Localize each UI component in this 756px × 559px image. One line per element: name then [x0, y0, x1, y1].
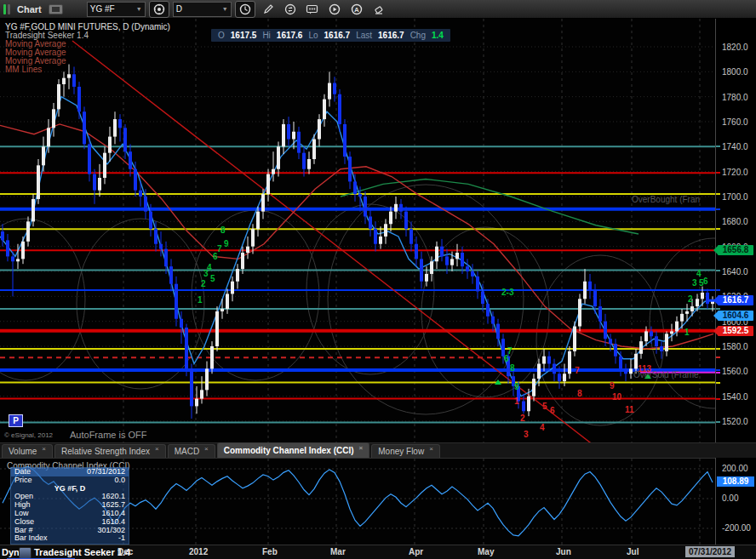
time-axis-label: May [478, 547, 494, 556]
svg-text:6: 6 [703, 277, 708, 286]
change-label: Chg [410, 31, 426, 40]
seeker-app-label: Tradesight Seeker 1.4 [34, 547, 130, 557]
chart-application-window: Chart YG #F ▼ D ▼ [0, 0, 756, 559]
svg-text:10: 10 [612, 392, 622, 402]
svg-text:3: 3 [524, 430, 529, 439]
tab-money-flow[interactable]: Money Flow× [371, 444, 440, 458]
price-tick-label: 1560.0 [722, 367, 756, 376]
reload-button[interactable] [281, 2, 300, 17]
price-tick-label: 1780.0 [722, 93, 756, 102]
tab-close-icon[interactable]: × [359, 444, 364, 452]
current-date-badge: 07/31/2012 [685, 546, 735, 557]
tab-label: Relative Strength Index [61, 447, 150, 456]
badge-arrow-icon [713, 246, 718, 254]
erase-button[interactable] [369, 2, 388, 17]
low-value: 1616.7 [324, 31, 351, 40]
price-axis[interactable]: 1820.01800.01780.01760.01740.01720.01700… [715, 19, 756, 442]
svg-text:6: 6 [504, 354, 509, 363]
clock-icon [239, 3, 251, 15]
oversold-label: OverSold (Frame [633, 370, 699, 379]
databox-symbol: YG #F, D [54, 485, 86, 493]
replay-button[interactable] [325, 2, 344, 17]
tab-close-icon[interactable]: × [42, 445, 46, 453]
databox-label: Bar Index [14, 534, 48, 543]
notes-button[interactable] [303, 2, 322, 17]
svg-text:2: 2 [520, 414, 525, 423]
tab-macd[interactable]: MACD× [168, 444, 215, 458]
level-tick-marker [716, 398, 720, 400]
cci-tick-label: 0.00 [722, 493, 756, 503]
last-value: 1616.7 [378, 31, 404, 40]
svg-text:1: 1 [514, 396, 519, 406]
draw-button[interactable] [259, 2, 278, 17]
time-axis-label: Mar [330, 547, 346, 556]
svg-text:9: 9 [610, 381, 615, 391]
price-level-badge: 1656.8 [718, 245, 753, 255]
eraser-icon [373, 3, 385, 15]
window-title: Chart [17, 4, 42, 14]
tab-close-icon[interactable]: × [204, 445, 209, 453]
interval-value: D [176, 4, 219, 14]
chevron-down-icon[interactable]: ▼ [222, 6, 228, 12]
symbol-settings-button[interactable] [149, 1, 169, 18]
svg-text:3: 3 [692, 278, 697, 288]
layout-badge-icon [49, 4, 63, 14]
tab-commodity-channel-index-cci[interactable]: Commodity Channel Index (CCI)× [217, 442, 369, 458]
interval-input[interactable]: D ▼ [173, 2, 232, 17]
play-icon [329, 3, 341, 15]
change-value: 1.4 [432, 31, 444, 40]
svg-text:5: 5 [210, 274, 215, 283]
cci-value-axis[interactable]: 200.000.00-200.00108.89 [715, 458, 756, 545]
time-axis-label: Dec [117, 547, 133, 556]
level-tick-marker [716, 289, 720, 291]
price-tick-label: 1800.0 [722, 67, 756, 77]
symbol-input[interactable]: YG #F ▼ [87, 2, 146, 17]
price-level-badge: 1616.7 [718, 295, 753, 305]
auto-analysis-button[interactable]: A [347, 2, 366, 17]
databox-value: -1 [118, 534, 125, 543]
price-tick-label: 1820.0 [722, 43, 756, 52]
letter-a-icon: A [351, 3, 363, 15]
red-moving-average [0, 124, 713, 349]
level-tick-marker [716, 228, 720, 230]
level-tick-marker [716, 421, 720, 423]
time-axis-label: Apr [409, 547, 423, 556]
main-price-chart[interactable]: 1234567892-376891234561234567891011113 Y… [0, 19, 715, 442]
price-tick-label: 1680.0 [722, 217, 756, 226]
svg-text:9: 9 [224, 239, 229, 248]
tab-relative-strength-index[interactable]: Relative Strength Index× [54, 444, 166, 458]
level-tick-marker [716, 208, 720, 210]
level-tick-marker [716, 145, 720, 147]
level-tick-marker [716, 369, 720, 371]
tab-volume[interactable]: Volume× [2, 444, 53, 458]
level-tick-marker [716, 308, 720, 310]
price-tick-label: 1580.0 [722, 342, 756, 351]
low-label: Lo [308, 31, 318, 40]
level-tick-marker [716, 348, 720, 350]
svg-text:8: 8 [220, 225, 226, 235]
price-tick-label: 1720.0 [722, 168, 756, 177]
page-badge[interactable]: P [9, 414, 23, 427]
time-axis-label: Jul [627, 547, 639, 556]
price-tick-label: 1640.0 [722, 267, 756, 277]
time-interval-button[interactable] [235, 1, 255, 18]
toolbar: Chart YG #F ▼ D ▼ [0, 0, 756, 19]
badge-arrow-icon [713, 296, 718, 305]
price-tick-label: 1760.0 [722, 117, 756, 127]
databox-row: Bar Index-1 [11, 534, 129, 543]
dyn-status-label: Dyn [2, 547, 20, 557]
price-tick-label: 1700.0 [722, 192, 756, 202]
svg-text:8: 8 [577, 389, 582, 398]
svg-text:6: 6 [550, 406, 555, 415]
svg-text:9: 9 [514, 382, 519, 391]
level-tick-marker [716, 193, 720, 195]
tab-close-icon[interactable]: × [155, 445, 159, 453]
price-tick-label: 1740.0 [722, 142, 756, 151]
legend-mm-lines: MM Lines [5, 66, 170, 74]
tab-close-icon[interactable]: × [429, 445, 433, 453]
chevron-down-icon[interactable]: ▼ [136, 6, 142, 12]
open-label: O [218, 31, 225, 40]
price-level-badge: 1592.5 [718, 326, 753, 336]
candlestick-series [1, 65, 714, 419]
cci-indicator-panel[interactable]: Commodity Channel Index (CCI) Date07/31/… [0, 458, 715, 545]
